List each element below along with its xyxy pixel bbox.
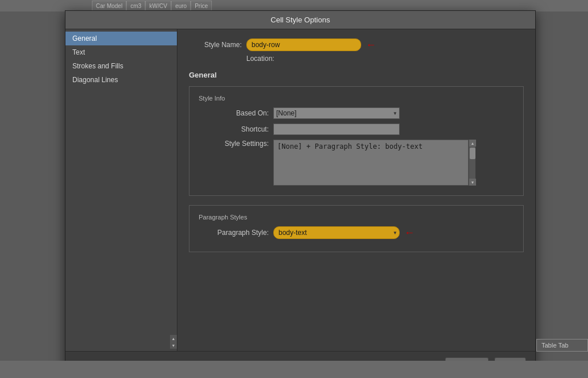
shortcut-input[interactable] [273, 124, 400, 135]
sidebar-item-text[interactable]: Text [65, 45, 177, 59]
table-cell-car-model: Car Model [92, 1, 126, 11]
sidebar-scroll-up-arrow[interactable]: ▲ [170, 335, 177, 342]
style-info-box: Style Info Based On: [None] Shortcut: [189, 86, 524, 196]
style-settings-scroll-up[interactable]: ▲ [469, 140, 476, 146]
paragraph-styles-box: Paragraph Styles Paragraph Style: body-t… [189, 205, 524, 252]
paragraph-style-select[interactable]: body-text [273, 226, 400, 239]
style-info-title: Style Info [199, 95, 514, 102]
style-settings-textarea-wrap: [None] + Paragraph Style: body-text ▲ ▼ [273, 140, 514, 187]
based-on-select-wrap: [None] [273, 107, 400, 119]
shortcut-row: Shortcut: [199, 124, 514, 135]
right-panel-hint: Table Tab [536, 339, 588, 352]
location-label: Location: [246, 55, 274, 63]
cell-style-options-dialog: Cell Style Options General Text Strokes … [65, 10, 536, 377]
table-cell-euro: euro [171, 1, 191, 11]
based-on-label: Based On: [199, 109, 273, 117]
dialog-body: General Text Strokes and Fills Diagonal … [65, 29, 535, 351]
background-table: Car Model cm3 kW/CV euro Price [0, 0, 588, 11]
style-name-arrow-indicator: ← [366, 39, 376, 51]
sidebar-item-general[interactable]: General [65, 32, 177, 45]
based-on-row: Based On: [None] [199, 107, 514, 119]
style-name-input-wrap: ← [246, 38, 376, 51]
paragraph-style-select-wrap: body-text [273, 226, 400, 239]
style-settings-row: Style Settings: [None] + Paragraph Style… [199, 140, 514, 187]
style-name-input[interactable] [246, 38, 361, 51]
style-settings-scroll-thumb[interactable] [470, 148, 475, 159]
table-cell-kwcv: kW/CV [145, 1, 171, 11]
dialog-titlebar: Cell Style Options [65, 11, 535, 29]
style-name-row: Style Name: ← [189, 38, 524, 51]
general-section-heading: General [189, 71, 524, 79]
table-cell-price: Price [191, 1, 212, 11]
paragraph-style-row: Paragraph Style: body-text ← [199, 226, 514, 239]
style-name-label: Style Name: [189, 41, 246, 49]
shortcut-label: Shortcut: [199, 125, 273, 133]
background-bottom-area [0, 361, 588, 378]
sidebar-scroll-down-arrow[interactable]: ▼ [170, 342, 177, 349]
style-settings-textarea[interactable]: [None] + Paragraph Style: body-text [273, 140, 469, 186]
location-row: Location: [246, 55, 524, 63]
sidebar: General Text Strokes and Fills Diagonal … [65, 29, 177, 351]
sidebar-item-diagonal-lines[interactable]: Diagonal Lines [65, 73, 177, 87]
table-cell-cm3: cm3 [126, 1, 145, 11]
style-settings-scroll-down[interactable]: ▼ [469, 179, 476, 186]
sidebar-item-strokes-and-fills[interactable]: Strokes and Fills [65, 59, 177, 73]
paragraph-style-label: Paragraph Style: [199, 229, 273, 237]
style-settings-label: Style Settings: [199, 140, 273, 148]
style-settings-scrollbar: ▲ ▼ [469, 140, 475, 186]
paragraph-style-arrow-indicator: ← [404, 227, 415, 239]
based-on-select[interactable]: [None] [273, 107, 400, 119]
paragraph-styles-title: Paragraph Styles [199, 214, 514, 221]
dialog-title: Cell Style Options [270, 16, 330, 24]
dialog-content: Style Name: ← Location: General Style In… [177, 29, 535, 351]
